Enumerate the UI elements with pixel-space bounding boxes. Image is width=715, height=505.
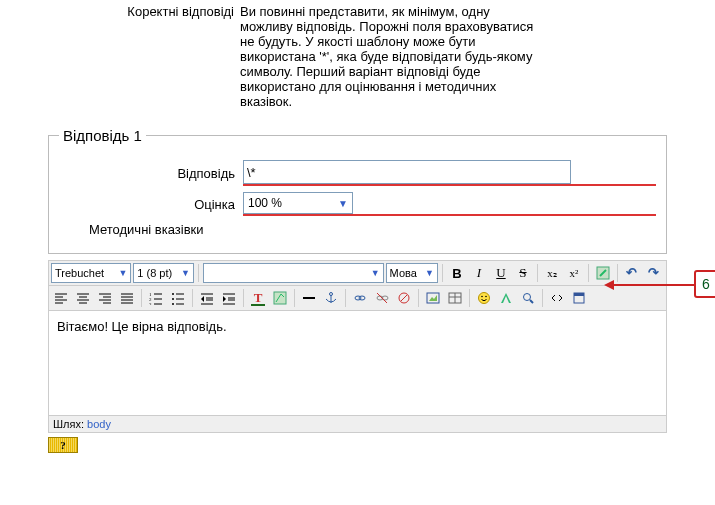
svg-rect-39	[274, 292, 286, 304]
svg-rect-62	[574, 293, 584, 296]
strikethrough-button[interactable]: S	[513, 263, 533, 283]
svg-point-44	[359, 296, 365, 300]
svg-marker-51	[429, 295, 437, 301]
style-select[interactable]: ▼	[203, 263, 384, 283]
bg-color-button[interactable]	[270, 288, 290, 308]
svg-point-25	[172, 298, 174, 300]
unordered-list-button[interactable]	[168, 288, 188, 308]
font-size-select[interactable]: 1 (8 pt) ▼	[133, 263, 194, 283]
svg-point-59	[524, 294, 531, 301]
separator	[141, 289, 142, 307]
html-source-icon	[550, 291, 564, 305]
svg-line-47	[377, 293, 387, 303]
image-icon	[426, 291, 440, 305]
outdent-button[interactable]	[197, 288, 217, 308]
text-color-button[interactable]: T	[248, 288, 268, 308]
search-icon	[521, 291, 535, 305]
anchor-button[interactable]	[321, 288, 341, 308]
svg-point-56	[481, 296, 483, 298]
outdent-icon	[200, 291, 214, 305]
svg-line-49	[401, 295, 407, 301]
link-button[interactable]	[350, 288, 370, 308]
undo-button[interactable]: ↶	[622, 263, 642, 283]
svg-marker-58	[501, 293, 511, 303]
grade-value: 100 %	[248, 196, 282, 210]
chevron-down-icon: ▼	[338, 198, 348, 209]
unordered-list-icon	[171, 291, 185, 305]
svg-point-57	[485, 296, 487, 298]
editor-toolbar-1: Trebuchet ▼ 1 (8 pt) ▼ ▼ Мова ▼ B I U S …	[49, 261, 666, 286]
separator	[345, 289, 346, 307]
answer-row: Відповідь	[59, 160, 656, 186]
image-button[interactable]	[423, 288, 443, 308]
search-button[interactable]	[518, 288, 538, 308]
separator	[588, 264, 589, 282]
separator	[617, 264, 618, 282]
grade-select[interactable]: 100 % ▼	[243, 192, 353, 214]
smiley-icon	[477, 291, 491, 305]
align-left-icon	[54, 291, 68, 305]
path-label: Шлях:	[53, 418, 84, 430]
table-button[interactable]	[445, 288, 465, 308]
svg-point-55	[479, 293, 490, 304]
answer-input[interactable]	[243, 160, 571, 184]
hr-icon	[302, 291, 316, 305]
grade-row: Оцінка 100 % ▼	[59, 192, 656, 216]
font-family-select[interactable]: Trebuchet ▼	[51, 263, 131, 283]
redo-button[interactable]: ↷	[644, 263, 664, 283]
subscript-button[interactable]: x₂	[542, 263, 562, 283]
align-center-button[interactable]	[73, 288, 93, 308]
separator	[294, 289, 295, 307]
anchor-icon	[324, 291, 338, 305]
align-left-button[interactable]	[51, 288, 71, 308]
superscript-button[interactable]: x²	[564, 263, 584, 283]
align-center-icon	[76, 291, 90, 305]
indent-icon	[222, 291, 236, 305]
separator	[192, 289, 193, 307]
svg-point-23	[172, 293, 174, 295]
clean-button[interactable]	[593, 263, 613, 283]
indent-button[interactable]	[219, 288, 239, 308]
separator	[243, 289, 244, 307]
separator	[442, 264, 443, 282]
feedback-label: Методичні вказівки	[59, 222, 212, 237]
separator	[537, 264, 538, 282]
fullscreen-icon	[572, 291, 586, 305]
separator	[542, 289, 543, 307]
align-right-button[interactable]	[95, 288, 115, 308]
editor-path-bar: Шлях: body	[49, 416, 666, 432]
special-char-button[interactable]	[496, 288, 516, 308]
ordered-list-button[interactable]: 123	[146, 288, 166, 308]
help-label: Коректні відповіді	[8, 4, 240, 19]
align-justify-button[interactable]	[117, 288, 137, 308]
language-select[interactable]: Мова ▼	[386, 263, 438, 283]
editor-help-toggle[interactable]: ?	[48, 437, 78, 453]
fullscreen-button[interactable]	[569, 288, 589, 308]
answer-1-fieldset: Відповідь 1 Відповідь Оцінка 100 % ▼ Мет…	[48, 127, 667, 254]
font-size-value: 1 (8 pt)	[137, 267, 172, 279]
hr-button[interactable]	[299, 288, 319, 308]
path-body-link[interactable]: body	[87, 418, 111, 430]
font-family-value: Trebuchet	[55, 267, 104, 279]
answer-1-legend: Відповідь 1	[59, 127, 146, 144]
emoticon-button[interactable]	[474, 288, 494, 308]
svg-marker-35	[223, 296, 226, 302]
editor-toolbar-2: 123 T	[49, 286, 666, 311]
chevron-down-icon: ▼	[371, 268, 380, 278]
svg-marker-30	[201, 296, 204, 302]
nolink-button[interactable]	[394, 288, 414, 308]
separator	[198, 264, 199, 282]
underline-button[interactable]: U	[491, 263, 511, 283]
editor-content-area[interactable]: Вітаємо! Це вірна відповідь.	[49, 311, 666, 416]
editor-content-text: Вітаємо! Це вірна відповідь.	[57, 319, 227, 334]
html-source-button[interactable]	[547, 288, 567, 308]
help-section: Коректні відповіді Ви повинні представит…	[0, 4, 715, 127]
text-color-icon: T	[254, 290, 263, 306]
bold-button[interactable]: B	[447, 263, 467, 283]
special-char-icon	[499, 291, 513, 305]
unlink-button[interactable]	[372, 288, 392, 308]
callout-number-box: 6	[694, 270, 715, 298]
italic-button[interactable]: I	[469, 263, 489, 283]
unlink-icon	[375, 291, 389, 305]
chevron-down-icon: ▼	[425, 268, 434, 278]
